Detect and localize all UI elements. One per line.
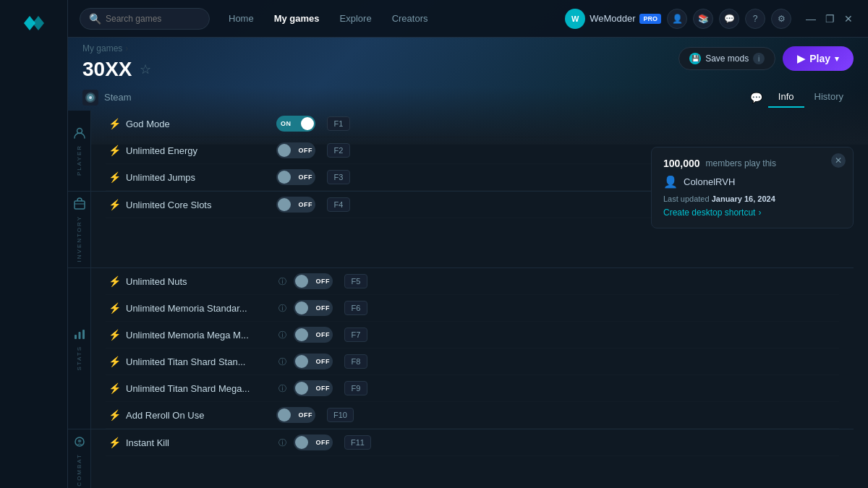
keybind-key[interactable]: F9 — [344, 381, 367, 395]
mod-name-unlimited-titan-standard: Unlimited Titan Shard Stan... — [126, 356, 271, 367]
author-name: ColonelRVH — [684, 176, 735, 187]
mod-name-unlimited-memoria-mega: Unlimited Memoria Mega M... — [126, 330, 271, 341]
toggle-unlimited-nuts[interactable]: OFF — [294, 273, 333, 289]
toggle-unlimited-core-slots[interactable]: OFF — [276, 197, 315, 213]
toggle-knob — [278, 198, 291, 211]
keybind-key[interactable]: F3 — [327, 170, 350, 184]
topbar-discord-btn[interactable]: 💬 — [719, 9, 739, 29]
section-sidebar-stats-label: Stats — [76, 346, 82, 371]
keybind-key[interactable]: F7 — [344, 328, 367, 342]
info-panel-close-button[interactable]: ✕ — [831, 153, 846, 168]
avatar: W — [565, 9, 585, 29]
keybind-unlimited-core-slots: F4 — [327, 197, 350, 212]
mod-info-unlimited-nuts[interactable]: ⓘ — [276, 276, 288, 287]
search-box[interactable]: 🔍 — [80, 8, 210, 30]
mod-row-add-reroll: ⚡ Add Reroll On Use OFF F10 — [106, 402, 839, 429]
nav-home[interactable]: Home — [218, 7, 264, 30]
mod-name-unlimited-titan-mega: Unlimited Titan Shard Mega... — [126, 383, 271, 394]
stats-mod-rows: ⚡ Unlimited Nuts ⓘ OFF F5 — [91, 268, 854, 429]
keybind-key[interactable]: F11 — [344, 435, 371, 450]
keybind-key[interactable]: F8 — [344, 354, 367, 369]
topbar-settings-btn[interactable]: ⚙ — [771, 9, 791, 29]
page-title: 30XX — [82, 58, 132, 81]
mod-info-titan-mega[interactable]: ⓘ — [276, 383, 288, 394]
section-sidebar-stats: Stats — [68, 268, 91, 429]
topbar-profile-btn[interactable]: 👤 — [667, 9, 687, 29]
mod-info-titan-standard[interactable]: ⓘ — [276, 356, 288, 367]
keybind-key[interactable]: F1 — [327, 116, 350, 131]
save-info-icon[interactable]: i — [753, 53, 765, 64]
mod-info-memoria-standard[interactable]: ⓘ — [276, 303, 288, 314]
tab-history[interactable]: History — [804, 87, 854, 108]
nav-explore[interactable]: Explore — [330, 7, 382, 30]
nav-my-games[interactable]: My games — [264, 7, 330, 30]
toggle-unlimited-memoria-mega[interactable]: OFF — [294, 327, 333, 343]
user-name: WeModder — [590, 13, 635, 24]
mod-lightning-icon: ⚡ — [109, 409, 120, 421]
keybind-key[interactable]: F5 — [344, 274, 367, 288]
save-mods-button[interactable]: 💾 Save mods i — [678, 47, 775, 70]
toggle-label: OFF — [316, 358, 331, 365]
create-desktop-shortcut-link[interactable]: Create desktop shortcut › — [663, 207, 841, 218]
toggle-knob — [278, 171, 291, 184]
keybind-key[interactable]: F10 — [327, 408, 354, 422]
platform-label: Steam — [104, 92, 132, 103]
mod-lightning-icon: ⚡ — [109, 302, 120, 314]
keybind-key[interactable]: F2 — [327, 143, 350, 158]
search-input[interactable] — [106, 14, 200, 24]
toggle-unlimited-energy[interactable]: OFF — [276, 142, 315, 158]
mod-lightning-icon: ⚡ — [109, 118, 120, 129]
app-logo[interactable] — [20, 12, 48, 35]
save-icon: 💾 — [689, 53, 701, 64]
close-btn[interactable]: ✕ — [841, 11, 856, 27]
toggle-label: OFF — [299, 174, 313, 181]
mod-section-stats: Stats ⚡ Unlimited Nuts ⓘ OFF — [68, 268, 854, 429]
toggle-god-mode[interactable]: ON — [276, 116, 315, 132]
section-sidebar-player-label: Player — [76, 145, 82, 176]
keybind-unlimited-energy: F2 — [327, 143, 350, 158]
maximize-btn[interactable]: ❐ — [822, 11, 838, 27]
mod-row-unlimited-memoria-standard: ⚡ Unlimited Memoria Standar... ⓘ OFF F6 — [106, 295, 839, 322]
mod-lightning-icon: ⚡ — [109, 356, 120, 367]
toggle-label: OFF — [299, 411, 313, 419]
info-updated-date: January 16, 2024 — [712, 194, 775, 203]
toggle-unlimited-titan-standard[interactable]: OFF — [294, 354, 333, 369]
minimize-btn[interactable]: — — [803, 11, 819, 27]
steam-icon — [82, 90, 98, 106]
keybind-key[interactable]: F6 — [344, 301, 367, 315]
keybind-key[interactable]: F4 — [327, 197, 350, 212]
favorite-icon[interactable]: ☆ — [140, 61, 151, 77]
chevron-right-icon: › — [758, 207, 761, 218]
nav-links: Home My games Explore Creators — [218, 7, 438, 30]
topbar-library-btn[interactable]: 📚 — [693, 9, 713, 29]
mod-name-unlimited-memoria-standard: Unlimited Memoria Standar... — [126, 303, 271, 314]
keybind-add-reroll: F10 — [327, 408, 354, 422]
mod-name-god-mode: God Mode — [126, 119, 271, 129]
main-content: My games › 30XX ☆ 💾 Save mods i ▶ Play ▾ — [68, 38, 868, 488]
toggle-knob — [295, 382, 308, 395]
toggle-knob — [295, 328, 308, 341]
keybind-unlimited-memoria-standard: F6 — [344, 301, 367, 315]
mod-lightning-icon: ⚡ — [109, 171, 120, 183]
nav-creators[interactable]: Creators — [382, 7, 438, 30]
info-author-row: 👤 ColonelRVH — [663, 175, 841, 189]
breadcrumb-parent[interactable]: My games — [82, 43, 122, 53]
mod-info-memoria-mega[interactable]: ⓘ — [276, 330, 288, 341]
author-icon: 👤 — [663, 175, 678, 189]
svg-rect-3 — [75, 201, 85, 209]
mod-lightning-icon: ⚡ — [109, 275, 120, 287]
topbar-help-btn[interactable]: ? — [745, 9, 765, 29]
toggle-unlimited-jumps[interactable]: OFF — [276, 169, 315, 185]
mod-info-instant-kill[interactable]: ⓘ — [276, 437, 288, 448]
user-badge[interactable]: W WeModder PRO — [565, 9, 661, 29]
toggle-instant-kill[interactable]: OFF — [294, 435, 333, 450]
toggle-add-reroll[interactable]: OFF — [276, 407, 315, 423]
play-button[interactable]: ▶ Play ▾ — [783, 46, 854, 71]
toggle-label: OFF — [299, 147, 313, 154]
tab-info[interactable]: Info — [768, 87, 804, 108]
play-icon: ▶ — [797, 53, 805, 64]
mod-name-unlimited-core-slots: Unlimited Core Slots — [126, 200, 271, 210]
toggle-unlimited-titan-mega[interactable]: OFF — [294, 380, 333, 396]
info-panel: ✕ 100,000 members play this 👤 ColonelRVH… — [651, 147, 854, 228]
toggle-unlimited-memoria-standard[interactable]: OFF — [294, 300, 333, 316]
